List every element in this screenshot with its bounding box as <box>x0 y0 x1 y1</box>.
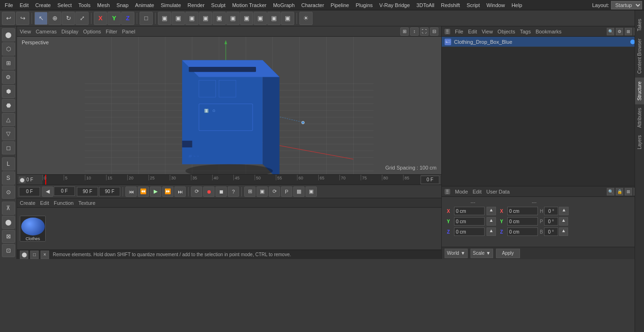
timeline[interactable]: ⬤ 0 F 0 5 10 15 20 25 30 35 40 45 50 55 … <box>17 174 441 185</box>
render-region-button[interactable]: ▣ <box>158 12 171 25</box>
attr-pos-x-arrow[interactable]: ▲ <box>487 207 496 215</box>
attr-pos-y[interactable] <box>454 217 485 226</box>
select-mode-button[interactable]: ↖ <box>34 12 48 25</box>
menu-help[interactable]: Help <box>509 1 525 9</box>
sidebar-btn-14[interactable]: ⬤ <box>2 216 15 229</box>
extra-btn-6[interactable]: ▣ <box>305 186 317 197</box>
vtab-layers[interactable]: Layers <box>635 131 644 153</box>
mat-menu-texture[interactable]: Texture <box>78 200 95 206</box>
sidebar-btn-12[interactable]: ⊙ <box>2 186 15 199</box>
vtab-structure[interactable]: Structure <box>635 78 644 105</box>
sidebar-btn-11[interactable]: S <box>2 171 15 185</box>
menu-motion-tracker[interactable]: Motion Tracker <box>229 1 269 9</box>
om-menu-view[interactable]: View <box>482 29 493 34</box>
scale-button[interactable]: ⤢ <box>75 12 89 25</box>
timeline-ruler[interactable]: 0 5 10 15 20 25 30 35 40 45 50 55 60 65 … <box>42 175 421 185</box>
step-fwd-btn[interactable]: ⏩ <box>162 186 173 197</box>
redo-button[interactable]: ↪ <box>16 12 29 25</box>
attr-size-y[interactable] <box>507 217 538 226</box>
sidebar-btn-8[interactable]: ▽ <box>2 127 15 140</box>
attr-rot-b[interactable] <box>544 227 558 236</box>
attr-pos-x[interactable] <box>454 207 485 215</box>
lighting-button[interactable]: ☀ <box>299 12 313 25</box>
render-vr-button[interactable]: ▣ <box>281 12 294 25</box>
render-preview-button[interactable]: ▣ <box>199 12 212 25</box>
attr-pos-y-arrow[interactable]: ▲ <box>487 217 496 226</box>
om-menu-file[interactable]: File <box>455 29 463 34</box>
attr-rot-h[interactable] <box>544 207 558 215</box>
om-menu-tags[interactable]: Tags <box>520 29 531 34</box>
mat-menu-create[interactable]: Create <box>20 200 35 206</box>
rotate-button[interactable]: ↻ <box>62 12 75 25</box>
axis-y-button[interactable]: Y <box>107 12 121 25</box>
attr-size-z[interactable] <box>507 227 538 236</box>
viewport-menu-cameras[interactable]: Cameras <box>36 29 57 34</box>
attr-search-icon[interactable]: 🔍 <box>607 188 614 195</box>
stop-btn[interactable]: ⏹ <box>215 186 227 197</box>
render-to-po-button[interactable]: ▣ <box>185 12 198 25</box>
viewport-menu-view[interactable]: View <box>20 29 31 34</box>
help-btn[interactable]: ? <box>228 186 239 197</box>
goto-end-btn[interactable]: ⏭ <box>174 186 186 197</box>
menu-redshift[interactable]: Redshift <box>438 1 462 9</box>
om-content[interactable]: L□ Clothing_Drop_Box_Blue <box>442 37 644 186</box>
sidebar-btn-2[interactable]: ⬡ <box>2 42 15 56</box>
step-back-btn[interactable]: ⏪ <box>138 186 149 197</box>
render-picture-button[interactable]: ▣ <box>172 12 185 25</box>
3d-viewport[interactable]: Perspective <box>17 37 441 174</box>
material-ball-clothes[interactable]: Clothes <box>20 216 46 242</box>
om-filter-icon[interactable]: ⚙ <box>616 28 623 35</box>
attr-pos-z[interactable] <box>454 227 485 236</box>
attr-menu-edit[interactable]: Edit <box>473 189 482 194</box>
sidebar-btn-10[interactable]: L <box>2 157 15 170</box>
playback-start-frame[interactable] <box>54 186 75 196</box>
mat-menu-edit[interactable]: Edit <box>40 200 49 206</box>
viewport-menu-options[interactable]: Options <box>83 29 101 34</box>
viewport-ctrl-4[interactable]: ⊟ <box>430 27 438 36</box>
attr-pos-z-arrow[interactable]: ▲ <box>487 227 496 236</box>
prev-frame-btn[interactable]: ◀ <box>42 186 53 197</box>
render-light-button[interactable]: ▣ <box>254 12 267 25</box>
vtab-attributes[interactable]: Attributes <box>635 104 644 131</box>
attr-lock-icon[interactable]: 🔒 <box>616 188 623 195</box>
viewport-ctrl-1[interactable]: ⊞ <box>400 27 409 36</box>
extra-btn-3[interactable]: ⟳ <box>269 186 280 197</box>
attr-p-arrow[interactable]: ▲ <box>559 217 569 226</box>
viewport-ctrl-2[interactable]: ↕ <box>410 27 419 36</box>
menu-sculpt[interactable]: Sculpt <box>208 1 229 9</box>
render-camera-button[interactable]: ▣ <box>267 12 281 25</box>
sidebar-btn-7[interactable]: △ <box>2 113 15 126</box>
menu-pipeline[interactable]: Pipeline <box>328 1 352 9</box>
attr-b-arrow[interactable]: ▲ <box>559 227 569 236</box>
sidebar-btn-15[interactable]: ⊠ <box>2 230 15 243</box>
sidebar-btn-3[interactable]: ⊞ <box>2 57 15 70</box>
playback-total-frame[interactable] <box>99 187 120 196</box>
attr-expand-icon[interactable]: ⊞ <box>625 188 632 195</box>
layout-dropdown[interactable]: Startup <box>611 1 642 9</box>
sidebar-btn-4[interactable]: ⚙ <box>2 71 15 84</box>
sidebar-btn-6[interactable]: ⬣ <box>2 99 15 112</box>
sidebar-btn-9[interactable]: ◻ <box>2 141 15 154</box>
menu-vray[interactable]: V-Ray Bridge <box>377 1 413 9</box>
apply-button[interactable]: Apply <box>496 249 520 258</box>
om-search-icon[interactable]: 🔍 <box>607 28 614 35</box>
attr-menu-mode[interactable]: Mode <box>455 189 468 194</box>
vtab-takes[interactable]: Takes <box>635 26 644 35</box>
status-icon-2[interactable]: □ <box>30 251 39 259</box>
viewport-menu-display[interactable]: Display <box>61 29 78 34</box>
menu-tools[interactable]: Tools <box>75 1 93 9</box>
move-button[interactable]: ⊕ <box>48 12 61 25</box>
render-queue-button[interactable]: ▣ <box>226 12 239 25</box>
sidebar-btn-5[interactable]: ⬢ <box>2 85 15 98</box>
menu-mograph[interactable]: MoGraph <box>270 1 297 9</box>
om-menu-objects[interactable]: Objects <box>497 29 515 34</box>
object-mode-button[interactable]: □ <box>140 12 153 25</box>
menu-animate[interactable]: Animate <box>132 1 157 9</box>
viewport-menu-panel[interactable]: Panel <box>122 29 135 34</box>
extra-btn-2[interactable]: ▣ <box>256 186 268 197</box>
extra-btn-5[interactable]: ▦ <box>293 186 305 197</box>
play-btn[interactable]: ▶ <box>150 186 161 197</box>
sidebar-btn-13[interactable]: ⊼ <box>2 202 15 215</box>
world-dropdown[interactable]: World ▼ <box>445 249 468 258</box>
menu-file[interactable]: File <box>2 1 16 9</box>
